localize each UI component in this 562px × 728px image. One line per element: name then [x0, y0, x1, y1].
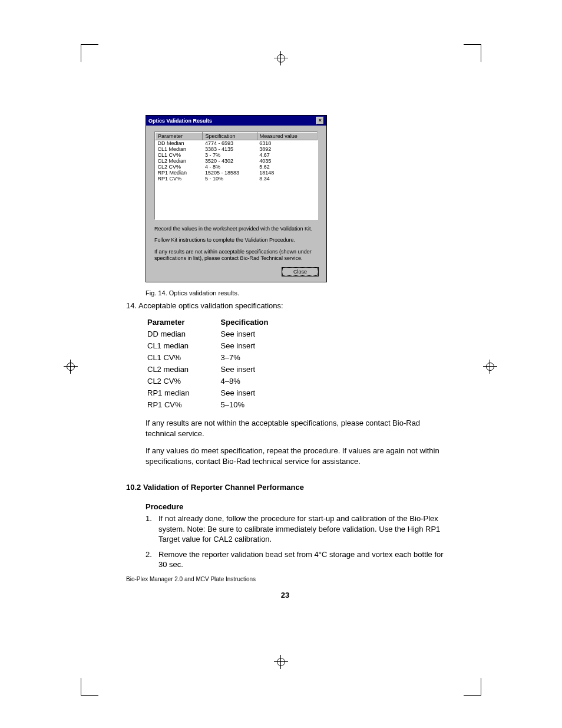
- page-number: 23: [126, 591, 444, 599]
- close-icon[interactable]: ×: [316, 117, 324, 124]
- col-specification: Specification: [203, 133, 257, 140]
- registration-mark-top: [274, 51, 288, 65]
- list-item: 2.Remove the reporter validation bead se…: [146, 549, 444, 570]
- spec-header-specification: Specification: [220, 317, 298, 327]
- step-number: 14.: [126, 301, 137, 310]
- registration-mark-left: [64, 360, 78, 374]
- dialog-titlebar: Optics Validation Results ×: [146, 116, 326, 126]
- footer-text: Bio-Plex Manager 2.0 and MCV Plate Instr…: [126, 576, 444, 582]
- dialog-instruction-3: If any results are not within acceptable…: [146, 246, 326, 265]
- step-14: 14. Acceptable optics validation specifi…: [126, 301, 444, 310]
- step-text: Acceptable optics validation specificati…: [138, 301, 283, 310]
- section-heading: 10.2 Validation of Reporter Channel Perf…: [126, 483, 444, 492]
- optics-validation-dialog: Optics Validation Results × Parameter Sp…: [146, 115, 327, 282]
- col-parameter: Parameter: [156, 133, 203, 140]
- registration-mark-bottom: [274, 655, 288, 669]
- results-listbox: Parameter Specification Measured value D…: [154, 131, 318, 220]
- procedure-list: 1.If not already done, follow the proced…: [146, 513, 444, 570]
- spec-header-parameter: Parameter: [147, 317, 219, 327]
- procedure-heading: Procedure: [146, 502, 444, 511]
- table-row: RP1 Median15205 - 1858318148: [156, 170, 318, 176]
- spec-table: ParameterSpecification DD medianSee inse…: [146, 316, 299, 411]
- close-button[interactable]: Close: [282, 268, 318, 276]
- list-item: 1.If not already done, follow the proced…: [146, 513, 444, 545]
- table-row: CL2 Median3520 - 43024035: [156, 158, 318, 164]
- registration-mark-right: [483, 360, 497, 374]
- table-row: DD Median4774 - 65936318: [156, 140, 318, 147]
- table-row: CL1 Median3383 - 41353892: [156, 146, 318, 152]
- table-row: CL2 CV%4 - 8%5.62: [156, 164, 318, 170]
- paragraph-1: If any results are not within the accept…: [146, 418, 444, 439]
- table-row: RP1 CV%5 - 10%8.34: [156, 176, 318, 182]
- figure-caption: Fig. 14. Optics validation results.: [146, 289, 444, 297]
- dialog-instruction-1: Record the values in the worksheet provi…: [146, 223, 326, 235]
- col-measured: Measured value: [257, 133, 317, 140]
- table-row: CL1 CV%3 - 7%4.67: [156, 152, 318, 158]
- dialog-instruction-2: Follow Kit instructions to complete the …: [146, 235, 326, 246]
- paragraph-2: If any values do meet specification, rep…: [146, 446, 444, 466]
- dialog-title: Optics Validation Results: [148, 118, 212, 124]
